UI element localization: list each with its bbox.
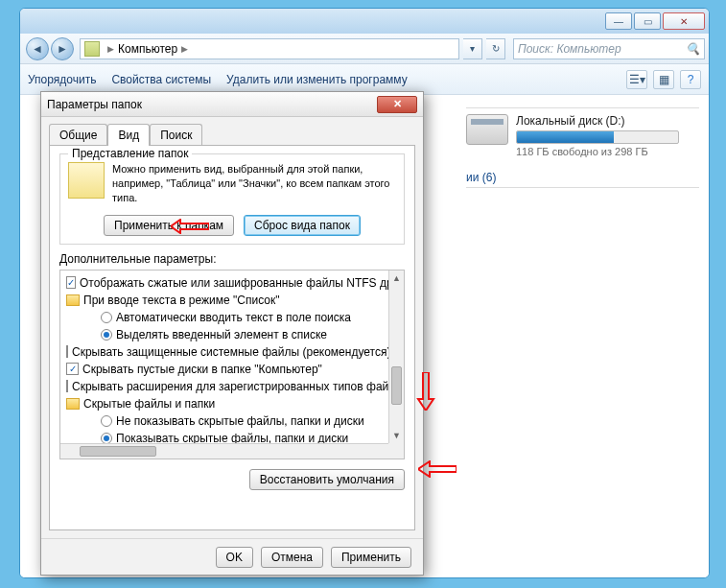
scroll-thumb[interactable] bbox=[391, 366, 402, 405]
search-icon: 🔍 bbox=[686, 42, 700, 56]
checkbox-icon[interactable] bbox=[66, 380, 68, 392]
nav-forward-button[interactable]: ► bbox=[51, 37, 74, 60]
toolbar-sysprops[interactable]: Свойства системы bbox=[111, 73, 211, 86]
breadcrumb-sep-icon: ▶ bbox=[107, 44, 114, 54]
tab-view[interactable]: Вид bbox=[107, 124, 150, 146]
hdd-icon bbox=[466, 114, 508, 145]
tree-item-label: Автоматически вводить текст в поле поиск… bbox=[116, 311, 351, 324]
reset-folders-button[interactable]: Сброс вида папок bbox=[244, 215, 361, 236]
tree-item-label: Скрытые файлы и папки bbox=[83, 397, 215, 411]
radio-icon[interactable] bbox=[101, 329, 112, 341]
tree-item-label: Выделять введенный элемент в списке bbox=[116, 328, 327, 341]
tab-body: Представление папок Можно применить вид,… bbox=[49, 145, 415, 530]
advanced-settings-tree: ✓Отображать сжатые или зашифрованные фай… bbox=[59, 270, 405, 459]
tree-item[interactable]: Показывать скрытые файлы, папки и диски bbox=[66, 430, 388, 443]
dialog-close-button[interactable]: ✕ bbox=[377, 96, 417, 113]
folder-icon bbox=[66, 398, 80, 410]
cancel-button[interactable]: Отмена bbox=[261, 547, 323, 568]
apply-button[interactable]: Применить bbox=[331, 547, 411, 568]
scroll-up-arrow-icon[interactable]: ▲ bbox=[389, 270, 404, 286]
tree-item[interactable]: Не показывать скрытые файлы, папки и дис… bbox=[66, 412, 388, 430]
ok-button[interactable]: OK bbox=[216, 547, 253, 568]
nav-row: ◄ ► ▶ Компьютер ▶ ▾ ↻ Поиск: Компьютер 🔍 bbox=[20, 34, 709, 64]
tree-item-label: Скрывать расширения для зарегистрированн… bbox=[72, 380, 388, 393]
horizontal-scrollbar[interactable] bbox=[60, 443, 388, 459]
help-button[interactable]: ? bbox=[680, 70, 701, 89]
tree-item[interactable]: Скрывать расширения для зарегистрированн… bbox=[66, 378, 388, 395]
nav-buttons: ◄ ► bbox=[24, 36, 76, 61]
radio-icon[interactable] bbox=[101, 415, 112, 427]
folder-view-group: Представление папок Можно применить вид,… bbox=[59, 153, 405, 245]
preview-pane-button[interactable]: ▦ bbox=[653, 70, 674, 89]
tree-item[interactable]: При вводе текста в режиме "Список" bbox=[66, 292, 388, 309]
address-bar[interactable]: ▶ Компьютер ▶ bbox=[80, 38, 459, 59]
breadcrumb-sep-icon: ▶ bbox=[181, 44, 188, 54]
tree-item[interactable]: Автоматически вводить текст в поле поиск… bbox=[66, 309, 388, 326]
tree-item[interactable]: ✓Скрывать пустые диски в папке "Компьюте… bbox=[66, 361, 388, 378]
scroll-corner bbox=[388, 443, 404, 459]
vertical-scrollbar[interactable]: ▲ ▼ bbox=[388, 270, 404, 443]
drive-item[interactable]: Локальный диск (D:) 118 ГБ свободно из 2… bbox=[466, 114, 699, 157]
tree-viewport: ✓Отображать сжатые или зашифрованные фай… bbox=[60, 270, 388, 443]
radio-icon[interactable] bbox=[101, 433, 112, 443]
category-heading[interactable]: ии (6) bbox=[466, 171, 699, 184]
search-input[interactable]: Поиск: Компьютер 🔍 bbox=[513, 38, 705, 59]
maximize-button[interactable]: ▭ bbox=[634, 12, 661, 30]
dialog-tabs: Общие Вид Поиск bbox=[41, 117, 423, 145]
checkbox-icon[interactable]: ✓ bbox=[66, 363, 79, 375]
refresh-button[interactable]: ↻ bbox=[486, 38, 505, 59]
folder-icon bbox=[66, 294, 80, 306]
nav-back-button[interactable]: ◄ bbox=[26, 37, 49, 60]
tree-item-label: Скрывать защищенные системные файлы (рек… bbox=[72, 345, 388, 359]
folder-options-dialog: Параметры папок ✕ Общие Вид Поиск Предст… bbox=[40, 91, 424, 576]
toolbar-organize[interactable]: Упорядочить bbox=[28, 73, 96, 86]
drives-area: Локальный диск (D:) 118 ГБ свободно из 2… bbox=[466, 105, 699, 194]
drive-label: Локальный диск (D:) bbox=[516, 114, 679, 128]
scroll-down-arrow-icon[interactable]: ▼ bbox=[389, 428, 404, 443]
breadcrumb-item[interactable]: Компьютер bbox=[118, 42, 177, 56]
toolbar-uninstall[interactable]: Удалить или изменить программу bbox=[226, 73, 408, 86]
checkbox-icon[interactable]: ✓ bbox=[66, 276, 76, 289]
drive-space-bar bbox=[516, 130, 679, 144]
search-placeholder: Поиск: Компьютер bbox=[518, 42, 621, 56]
group-description: Можно применить вид, выбранный для этой … bbox=[68, 162, 396, 205]
group-title: Представление папок bbox=[68, 147, 192, 160]
tree-item-label: При вводе текста в режиме "Список" bbox=[83, 294, 280, 307]
minimize-button[interactable]: — bbox=[605, 12, 632, 30]
tree-item-label: Не показывать скрытые файлы, папки и дис… bbox=[116, 414, 364, 428]
address-dropdown-button[interactable]: ▾ bbox=[463, 38, 482, 59]
tree-item[interactable]: ✓Отображать сжатые или зашифрованные фай… bbox=[66, 274, 388, 292]
tree-item[interactable]: Скрывать защищенные системные файлы (рек… bbox=[66, 343, 388, 361]
restore-defaults-button[interactable]: Восстановить умолчания bbox=[249, 469, 405, 490]
dialog-title: Параметры папок bbox=[47, 98, 142, 111]
tree-item[interactable]: Выделять введенный элемент в списке bbox=[66, 326, 388, 343]
tree-item[interactable]: Скрытые файлы и папки bbox=[66, 395, 388, 412]
drive-free-text: 118 ГБ свободно из 298 ГБ bbox=[516, 146, 679, 157]
dialog-titlebar: Параметры папок ✕ bbox=[41, 92, 423, 117]
folder-stack-icon bbox=[68, 162, 105, 199]
checkbox-icon[interactable] bbox=[66, 345, 68, 358]
tree-item-label: Отображать сжатые или зашифрованные файл… bbox=[80, 276, 388, 290]
computer-icon bbox=[84, 41, 100, 57]
tree-item-label: Скрывать пустые диски в папке "Компьютер… bbox=[82, 363, 322, 376]
apply-to-folders-button[interactable]: Применить к папкам bbox=[104, 215, 234, 236]
dialog-button-row: OK Отмена Применить bbox=[41, 538, 423, 575]
window-titlebar: — ▭ ✕ bbox=[20, 9, 709, 34]
tab-general[interactable]: Общие bbox=[49, 124, 107, 146]
tree-item-label: Показывать скрытые файлы, папки и диски bbox=[116, 432, 348, 443]
tab-search[interactable]: Поиск bbox=[150, 124, 202, 146]
scroll-thumb[interactable] bbox=[80, 446, 156, 457]
window-close-button[interactable]: ✕ bbox=[663, 12, 705, 30]
radio-icon[interactable] bbox=[101, 312, 112, 323]
view-mode-button[interactable]: ☰▾ bbox=[626, 70, 647, 89]
advanced-settings-label: Дополнительные параметры: bbox=[59, 252, 405, 266]
